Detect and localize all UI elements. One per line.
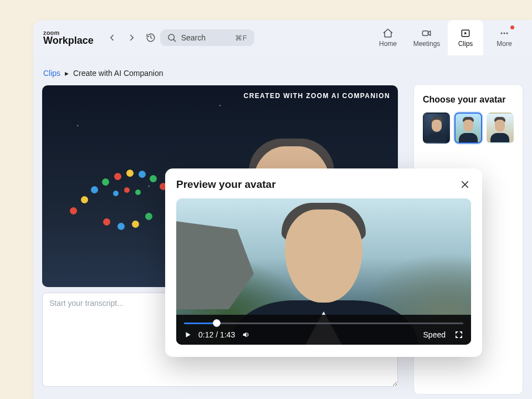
close-button[interactable] <box>459 178 471 191</box>
avatar-option-1[interactable] <box>423 112 450 144</box>
clips-icon <box>460 28 471 39</box>
chevron-right-icon <box>127 33 137 43</box>
back-button[interactable] <box>107 33 119 43</box>
close-icon <box>460 180 470 190</box>
search-input[interactable]: Search ⌘F <box>160 29 254 46</box>
notification-dot <box>510 25 514 29</box>
play-button[interactable] <box>184 331 192 339</box>
brand-line2: Workplace <box>43 36 94 45</box>
brand: zoom Workplace <box>43 30 94 45</box>
volume-button[interactable] <box>242 330 250 339</box>
ai-badge: CREATED WITH ZOOM AI COMPANION <box>244 92 390 100</box>
search-icon <box>167 33 177 43</box>
chevron-left-icon <box>107 33 117 43</box>
video-controls: 0:12 / 1:43 Speed <box>176 315 471 345</box>
forward-button[interactable] <box>127 33 139 43</box>
breadcrumb: Clips ▸ Create with AI Companion <box>42 62 413 85</box>
video-icon <box>421 28 432 39</box>
play-icon <box>184 331 192 339</box>
fullscreen-icon <box>454 330 463 339</box>
avatar-option-3[interactable] <box>487 112 514 144</box>
tab-meetings[interactable]: Meetings <box>409 20 444 55</box>
svg-point-6 <box>507 33 508 34</box>
history-icon <box>146 33 156 43</box>
tab-meetings-label: Meetings <box>413 40 441 48</box>
home-icon <box>382 28 393 39</box>
tab-clips[interactable]: Clips <box>448 20 483 55</box>
time-display: 0:12 / 1:43 <box>198 330 235 339</box>
main-tabs: Home Meetings Clips More <box>370 20 522 55</box>
seek-progress <box>184 323 217 324</box>
breadcrumb-current: Create with AI Companion <box>73 69 163 78</box>
avatar-options <box>423 112 514 144</box>
seek-bar[interactable] <box>184 320 463 326</box>
svg-point-5 <box>504 33 505 34</box>
search-shortcut: ⌘F <box>235 34 248 42</box>
nav-history <box>107 33 139 43</box>
breadcrumb-sep-icon: ▸ <box>65 69 69 78</box>
tab-more[interactable]: More <box>487 20 522 55</box>
modal-header: Preview your avatar <box>176 178 471 191</box>
svg-rect-2 <box>423 31 428 35</box>
tab-home[interactable]: Home <box>370 20 406 55</box>
svg-line-1 <box>173 39 175 41</box>
more-icon <box>499 28 510 39</box>
speed-button[interactable]: Speed <box>423 330 446 339</box>
svg-point-4 <box>501 33 503 34</box>
history-button[interactable] <box>146 33 158 43</box>
avatar-video-preview[interactable]: 0:12 / 1:43 Speed <box>176 198 471 345</box>
preview-avatar-modal: Preview your avatar 0:12 / 1:43 <box>165 168 482 357</box>
seek-thumb[interactable] <box>213 319 221 327</box>
avatar-option-2[interactable] <box>454 112 482 144</box>
topbar: zoom Workplace Search ⌘F Home <box>33 20 532 55</box>
tab-home-label: Home <box>379 40 397 48</box>
search-placeholder: Search <box>181 33 206 42</box>
tab-more-label: More <box>497 40 511 48</box>
volume-icon <box>242 330 250 339</box>
modal-title: Preview your avatar <box>176 178 276 191</box>
avatar-panel-title: Choose your avatar <box>423 95 514 105</box>
seek-track <box>184 323 463 324</box>
tab-clips-label: Clips <box>458 40 473 48</box>
fullscreen-button[interactable] <box>454 330 463 339</box>
breadcrumb-root[interactable]: Clips <box>43 69 60 78</box>
